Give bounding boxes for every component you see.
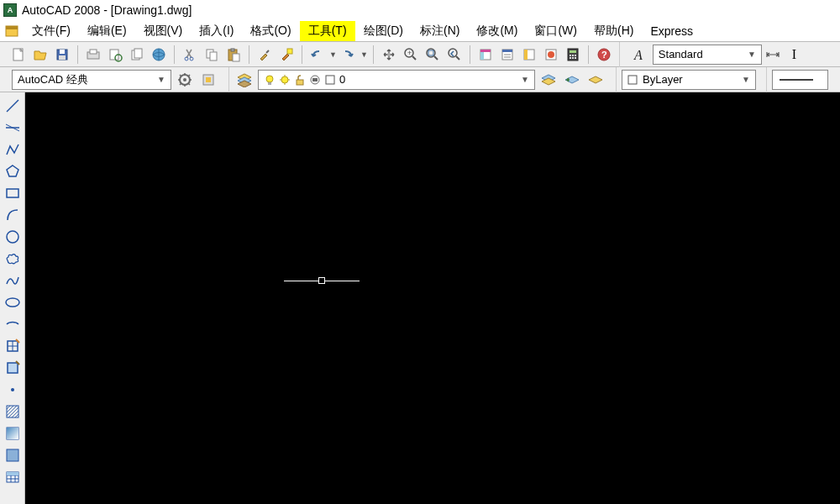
svg-rect-29 [480,52,484,60]
save-button[interactable] [52,45,72,65]
undo-button[interactable] [307,45,328,65]
layer-states-button[interactable] [538,70,559,90]
match-props-button[interactable] [255,45,275,65]
layer-previous-button[interactable] [562,70,582,90]
svg-rect-11 [134,49,142,58]
svg-rect-28 [480,50,491,52]
layer-properties-button[interactable] [234,70,255,90]
separator [470,45,470,64]
undo-dropdown-icon[interactable]: ▼ [329,50,337,59]
svg-point-69 [11,388,14,391]
zoom-previous-button[interactable] [444,45,465,65]
cut-button[interactable] [180,45,200,65]
tool-palettes-button[interactable] [519,45,539,65]
circle-tool[interactable] [3,227,23,247]
publish-button[interactable] [127,45,147,65]
revision-cloud-tool[interactable] [3,249,23,269]
region-tool[interactable] [3,445,23,465]
table-tool[interactable] [3,467,23,487]
plot-button[interactable] [83,45,103,65]
menu-help[interactable]: 帮助(H) [585,21,642,41]
svg-rect-58 [628,76,637,84]
copy-button[interactable] [202,45,222,65]
svg-rect-4 [60,50,65,54]
menu-edit[interactable]: 编辑(E) [79,21,135,41]
chevron-down-icon: ▼ [521,75,529,84]
svg-line-60 [7,100,18,112]
arc-tool[interactable] [3,205,23,225]
svg-rect-25 [428,50,433,55]
sheet-set-button[interactable] [497,45,517,65]
menu-window[interactable]: 窗口(W) [526,21,585,41]
svg-text:?: ? [601,50,607,60]
workspace-dropdown[interactable]: AutoCAD 经典 ▼ [12,70,171,90]
polyline-tool[interactable] [3,139,23,160]
svg-point-21 [387,53,391,56]
menu-dimension[interactable]: 标注(N) [412,21,468,41]
point-tool[interactable] [3,380,23,400]
svg-rect-20 [287,49,292,54]
redo-button[interactable] [339,45,359,65]
open-button[interactable] [30,45,50,65]
linetype-dropdown[interactable] [772,70,828,90]
separator [249,45,249,64]
layer-dropdown[interactable]: 0 ▼ [258,70,535,90]
workspace-settings-button[interactable] [175,70,195,90]
text-style-dropdown[interactable]: Standard ▼ [653,45,762,65]
new-button[interactable] [8,45,29,65]
hatch-tool[interactable] [3,402,23,422]
make-block-tool[interactable] [3,358,23,378]
paste-button[interactable] [223,45,244,65]
help-button[interactable]: ? [594,45,614,65]
group-separator [619,42,626,67]
menu-view[interactable]: 视图(V) [135,21,192,41]
svg-rect-72 [7,428,18,439]
line-tool[interactable] [3,96,23,116]
svg-rect-50 [206,77,211,82]
pan-button[interactable] [379,45,399,65]
polygon-tool[interactable] [3,161,23,181]
workspace-lock-button[interactable] [198,70,218,90]
menu-insert[interactable]: 插入(I) [191,21,242,41]
ellipse-tool[interactable] [3,292,23,312]
table-style-label: I [785,47,796,62]
block-editor-button[interactable] [276,45,297,65]
color-swatch-icon [627,75,638,85]
zoom-realtime-button[interactable]: + [401,45,421,65]
redo-dropdown-icon[interactable]: ▼ [360,50,368,59]
svg-point-65 [7,231,18,243]
color-swatch-icon [324,74,336,86]
menu-modify[interactable]: 修改(M) [468,21,526,41]
menu-tools[interactable]: 工具(T) [300,21,355,41]
plot-preview-button[interactable] [105,45,125,65]
zoom-window-button[interactable] [423,45,443,65]
properties-button[interactable] [475,45,496,65]
text-style-button[interactable]: A [631,45,651,65]
spline-tool[interactable] [3,270,23,291]
rectangle-tool[interactable] [3,183,23,203]
color-dropdown[interactable]: ByLayer ▼ [622,70,756,90]
construction-line-tool[interactable] [3,118,23,138]
menu-express[interactable]: Express [642,22,701,40]
svg-rect-33 [524,50,528,60]
layer-name: 0 [339,73,345,86]
3dwf-button[interactable] [149,45,169,65]
markup-button[interactable] [541,45,561,65]
layer-match-button[interactable] [585,70,606,90]
workspace-value: AutoCAD 经典 [18,72,88,87]
app-icon: A [3,3,17,17]
svg-rect-64 [7,189,18,197]
ellipse-arc-tool[interactable] [3,314,23,334]
sun-icon [279,74,291,86]
quickcalc-button[interactable] [563,45,583,65]
drawing-canvas[interactable] [25,92,840,504]
gradient-tool[interactable] [3,423,23,444]
grip-handle[interactable] [318,277,325,284]
menu-file[interactable]: 文件(F) [24,21,79,41]
plot-icon [309,74,321,86]
insert-block-tool[interactable] [3,336,23,356]
menu-draw[interactable]: 绘图(D) [355,21,412,41]
menu-format[interactable]: 格式(O) [242,21,299,41]
svg-rect-7 [90,50,97,54]
dim-style-button[interactable] [764,45,784,65]
